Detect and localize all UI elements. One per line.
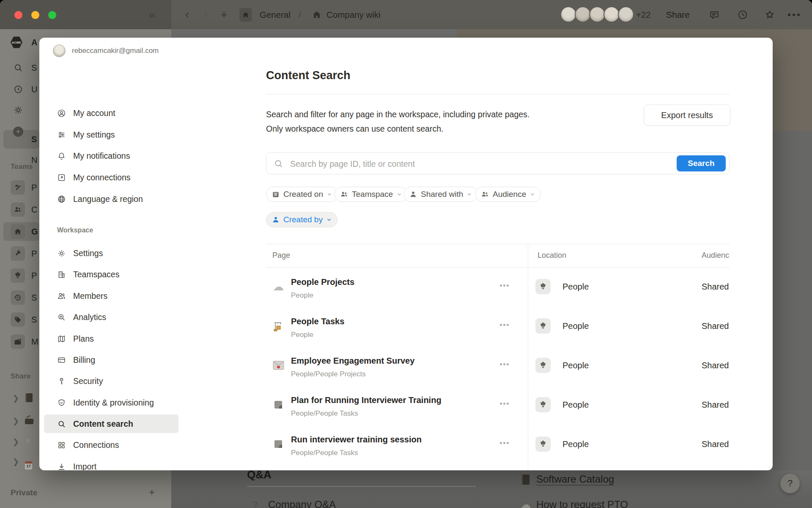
export-results-button[interactable]: Export results <box>644 105 730 126</box>
gear-icon[interactable] <box>13 105 23 115</box>
team-item-label[interactable]: P <box>31 246 37 261</box>
table-row[interactable]: Plan for Running Interviewer Training Pe… <box>266 385 730 425</box>
comments-icon[interactable] <box>709 9 720 20</box>
row-more-options-icon[interactable] <box>500 284 509 287</box>
zoom-button[interactable] <box>48 11 56 19</box>
member-avatar[interactable] <box>618 6 634 22</box>
sidebar-item-settings-label[interactable]: S <box>31 132 37 146</box>
forward-icon[interactable]: › <box>203 0 207 29</box>
software-catalog-link[interactable]: Software Catalog <box>536 473 614 485</box>
table-row[interactable]: Employee Engagement Survey People/People… <box>266 346 730 385</box>
nav-item-identity-provisioning[interactable]: Identity & provisioning <box>44 393 178 412</box>
row-more-options-icon[interactable] <box>500 324 509 326</box>
filter-created-by[interactable]: Created by <box>266 212 337 227</box>
chevron-right-icon[interactable]: ❯ <box>13 417 19 426</box>
back-icon[interactable]: ‹ <box>185 0 189 29</box>
filter-created-on[interactable]: Created on <box>266 187 338 202</box>
page-title-cell[interactable]: People Projects <box>291 276 354 288</box>
filter-shared-with[interactable]: Shared with <box>403 187 478 202</box>
tag-icon[interactable] <box>11 312 25 327</box>
help-button[interactable]: ? <box>780 474 800 493</box>
team-item-label[interactable]: S <box>31 312 37 327</box>
plus-circle-icon[interactable]: + <box>13 127 23 137</box>
analytics-icon <box>57 313 66 322</box>
history-icon[interactable] <box>11 290 25 305</box>
nav-item-my-notifications[interactable]: My notifications <box>44 146 178 165</box>
row-more-options-icon[interactable] <box>500 403 509 405</box>
sidebar-collapse-icon[interactable]: « <box>149 0 156 29</box>
table-row[interactable]: People Tasks People People Shared <box>266 306 730 346</box>
table-row[interactable]: Run interviewer training session People/… <box>266 425 730 464</box>
search-button[interactable]: Search <box>677 155 726 171</box>
nav-item-billing[interactable]: Billing <box>44 351 178 369</box>
film-icon[interactable] <box>11 334 25 349</box>
home-icon[interactable] <box>11 224 25 239</box>
notebook-emoji[interactable] <box>25 393 33 402</box>
nav-item-content-search[interactable]: Content search <box>44 414 178 433</box>
breadcrumb-root[interactable]: General <box>260 0 291 29</box>
team-item-label[interactable]: P <box>31 180 37 195</box>
page-title-cell[interactable]: Plan for Running Interviewer Training <box>291 394 442 406</box>
star-emoji[interactable]: ★ <box>25 436 32 445</box>
member-avatar[interactable] <box>604 6 620 22</box>
hammer-icon[interactable] <box>11 180 25 195</box>
workspace-name[interactable]: A <box>31 35 37 50</box>
chevron-right-icon[interactable]: ❯ <box>13 457 19 467</box>
page-title-cell[interactable]: People Tasks <box>291 315 344 327</box>
shield-check-icon <box>57 398 66 407</box>
team-item-label[interactable]: C <box>31 202 37 217</box>
pto-link[interactable]: How to request PTO <box>536 499 628 508</box>
nav-item-teamspaces[interactable]: Teamspaces <box>44 265 178 284</box>
nav-item-settings[interactable]: Settings <box>44 244 178 262</box>
history-clock-icon[interactable] <box>737 9 748 20</box>
member-avatar[interactable] <box>589 6 605 22</box>
wrench-icon[interactable] <box>11 246 25 261</box>
chevron-right-icon[interactable]: ❯ <box>13 394 19 403</box>
team-item-label[interactable]: G <box>31 224 38 239</box>
nav-item-import[interactable]: Import <box>44 457 178 470</box>
members-overflow-count[interactable]: +22 <box>636 0 651 29</box>
minimize-button[interactable] <box>31 11 39 19</box>
row-more-options-icon[interactable] <box>500 442 509 444</box>
acme-logo: ACME <box>11 36 22 48</box>
nav-item-security[interactable]: Security <box>44 372 178 390</box>
people-icon[interactable] <box>11 202 25 217</box>
sidebar-item-search-label[interactable]: S <box>31 61 37 75</box>
nav-item-analytics[interactable]: Analytics <box>44 308 178 326</box>
radio-emoji[interactable] <box>25 419 33 424</box>
calendar-emoji[interactable]: 17 <box>25 461 32 469</box>
team-item-label[interactable]: S <box>31 290 37 305</box>
favorite-star-icon[interactable] <box>764 9 775 20</box>
page-title-cell[interactable]: Run interviewer training session <box>291 433 422 445</box>
nav-item-my-settings[interactable]: My settings <box>44 125 178 144</box>
table-row[interactable]: ☁ People Projects People People Shared <box>266 267 730 306</box>
new-tab-icon[interactable]: + <box>221 0 227 29</box>
filter-teamspace[interactable]: Teamspace <box>335 187 408 202</box>
company-qa-link[interactable]: Company Q&A <box>268 499 336 508</box>
nav-item-connections[interactable]: Connections <box>44 436 178 454</box>
nav-item-members[interactable]: Members <box>44 287 178 305</box>
flower-icon[interactable] <box>11 268 25 283</box>
nav-item-my-connections[interactable]: My connections <box>44 168 178 187</box>
nav-item-plans[interactable]: Plans <box>44 329 178 348</box>
team-item-label[interactable]: P <box>31 268 37 283</box>
nav-item-language-region[interactable]: Language & region <box>44 190 178 208</box>
row-more-options-icon[interactable] <box>500 363 509 365</box>
page-title-cell[interactable]: Employee Engagement Survey <box>291 355 414 367</box>
breadcrumb-home-icon[interactable] <box>239 8 252 22</box>
member-avatar[interactable] <box>575 6 591 22</box>
team-item-label[interactable]: M <box>31 334 38 349</box>
share-button[interactable]: Share <box>666 0 690 29</box>
clock-icon[interactable] <box>13 84 23 94</box>
filter-audience[interactable]: Audience <box>475 187 541 202</box>
close-button[interactable] <box>14 11 22 19</box>
add-private-page-button[interactable]: + <box>149 486 155 498</box>
member-avatar[interactable] <box>560 6 576 22</box>
sidebar-item-updates-label[interactable]: U <box>31 82 37 97</box>
nav-item-my-account[interactable]: My account <box>44 104 178 122</box>
search-icon[interactable] <box>13 63 23 73</box>
chevron-right-icon[interactable]: ❯ <box>13 437 19 447</box>
breadcrumb-page[interactable]: Company wiki <box>326 0 381 29</box>
more-options-icon[interactable] <box>787 13 800 17</box>
search-input[interactable] <box>289 153 672 175</box>
